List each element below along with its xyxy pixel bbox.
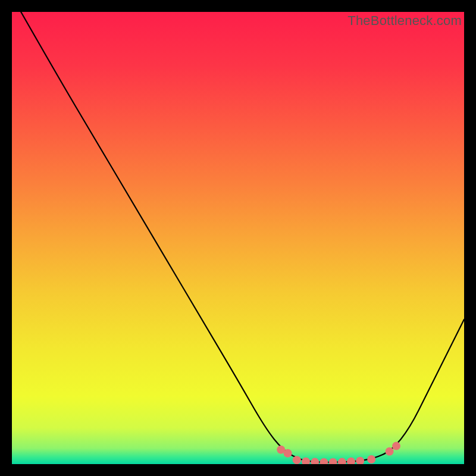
marker-dot (284, 449, 292, 458)
bottleneck-chart (12, 12, 464, 464)
marker-dot (392, 442, 400, 450)
chart-background (12, 12, 464, 464)
marker-dot (367, 455, 375, 464)
chart-frame: TheBottleneck.com (12, 12, 464, 464)
marker-dot (293, 456, 301, 464)
marker-dot (386, 447, 394, 456)
watermark-text: TheBottleneck.com (347, 13, 462, 29)
